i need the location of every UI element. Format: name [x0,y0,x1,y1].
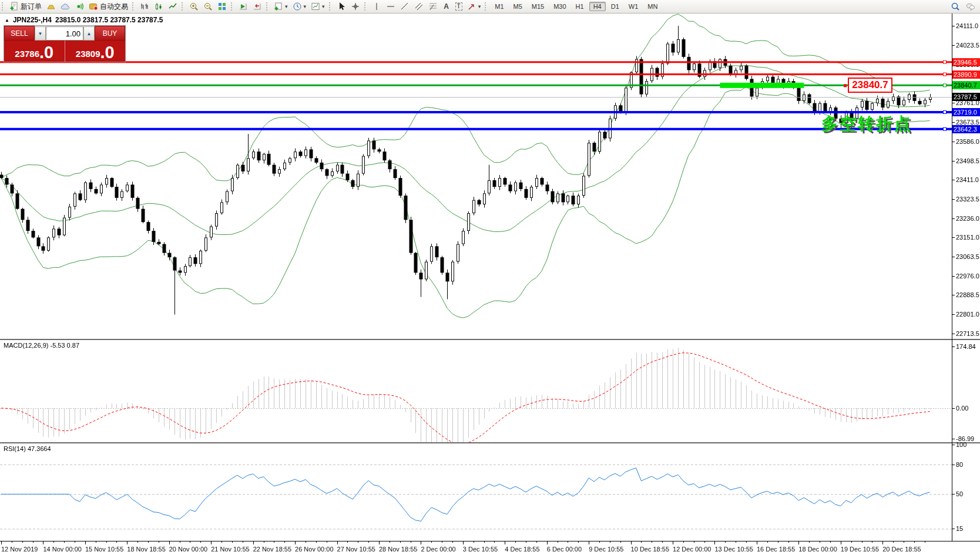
toolbar-grip[interactable] [266,2,270,11]
sell-price-main: 23786 [15,48,39,60]
toolbar-grip[interactable] [329,2,333,11]
time-axis-label: 12 Dec 00:00 [673,546,711,553]
new-chart-button[interactable]: ▾ [271,1,290,12]
new-chart-icon [274,2,283,11]
time-axis-label: 2 Dec 00:00 [421,546,455,553]
sell-button[interactable]: SELL [4,26,35,41]
time-axis-label: 22 Nov 18:55 [253,546,291,553]
crosshair-tool-button[interactable] [348,1,363,12]
macd-tick-label: 0.00 [956,405,968,412]
timeframe-button-D1[interactable]: D1 [607,2,623,11]
dropdown-caret-icon: ▾ [478,2,481,11]
rsi-tick-label: 50 [956,490,963,497]
time-axis-label: 26 Nov 00:00 [295,546,333,553]
toolbar-grip[interactable] [364,2,368,11]
dropdown-caret-icon: ▾ [304,2,307,11]
price-line-tag: 23890.9 [952,70,980,79]
bar-chart-button[interactable] [137,1,152,12]
timeframe-button-M15[interactable]: M15 [528,2,548,11]
text-tool-icon: A [442,2,451,11]
toolbar-grip[interactable] [132,2,136,11]
timeframe-button-M1[interactable]: M1 [491,2,508,11]
chart-shift-icon [253,2,262,11]
new-order-button[interactable]: 新订单 [7,1,44,12]
rsi-tick-label: 80 [956,461,963,468]
price-tick-label: 23151.0 [956,234,979,241]
timeframe-button-MN[interactable]: MN [643,2,662,11]
signals-button[interactable] [72,1,86,12]
dropdown-caret-icon: ▾ [285,2,288,11]
text-tool-button[interactable]: A [440,1,453,12]
tile-windows-icon [217,2,227,11]
line-chart-button[interactable] [166,1,180,12]
collapse-triangle-icon[interactable]: ▲ [5,18,9,23]
timeframe-button-H1[interactable]: H1 [572,2,588,11]
search-icon[interactable] [951,2,960,11]
price-level-box[interactable]: 23840.7 [848,78,892,93]
clock-icon [293,2,302,11]
time-axis-label: 15 Nov 10:55 [85,546,123,553]
price-line-tag: 23946.5 [952,58,980,66]
time-axis-label: 20 Nov 00:00 [169,546,207,553]
toolbar-grip[interactable] [231,2,234,11]
volume-input[interactable]: 1.00 [46,26,83,41]
market-button[interactable] [44,1,58,12]
line-chart-icon [168,2,177,11]
timeframe-button-W1[interactable]: W1 [625,2,643,11]
autoscroll-icon [239,2,248,11]
vps-button[interactable] [58,1,72,12]
hline-tool-button[interactable] [384,1,398,12]
one-click-trading-panel: SELL ▼ 1.00 ▲ BUY 23786 .0 23809 .0 [4,25,126,62]
new-order-icon [9,2,19,11]
template-icon [311,2,320,11]
fibonacci-tool-button[interactable] [426,1,440,12]
channel-tool-button[interactable] [412,1,426,12]
price-tick-label: 22976.0 [956,273,979,280]
time-axis-label: 9 Dec 10:55 [589,546,623,553]
toolbar-grip[interactable] [2,2,5,11]
candle-chart-icon [154,2,163,11]
zoom-in-button[interactable] [187,1,201,12]
templates-button[interactable]: ▾ [308,1,327,12]
macd-tick-label: 174.84 [956,343,976,350]
price-line-tag: 23840.7 [952,81,980,89]
autotrading-label: 自动交易 [100,2,128,12]
autoscroll-button[interactable] [236,1,250,12]
time-axis-label: 18 Dec 00:00 [798,546,837,553]
signal-icon [75,2,84,11]
sell-price[interactable]: 23786 .0 [4,41,65,62]
price-tick-label: 22713.5 [956,330,979,337]
time-axis-label: 6 Dec 00:00 [547,546,582,553]
autotrading-icon [89,2,98,11]
turning-point-annotation[interactable]: 多空转折点 [821,113,912,135]
buy-price[interactable]: 23809 .0 [65,41,126,62]
mt4-window: 新订单 自动交易 [0,0,980,555]
periods-button[interactable]: ▾ [290,1,309,12]
toolbar-grip[interactable] [182,2,185,11]
timeframe-button-M5[interactable]: M5 [509,2,526,11]
current-price-tag: 23787.5 [952,93,980,101]
price-tick-label: 24111.0 [956,22,978,29]
buy-button[interactable]: BUY [95,26,125,41]
label-tool-button[interactable]: T [453,1,465,12]
time-axis-label: 18 Nov 18:55 [127,546,165,553]
trendline-tool-button[interactable] [398,1,412,12]
volume-decrease-button[interactable]: ▼ [35,26,46,41]
price-tick-label: 24023.5 [956,42,979,49]
time-axis-label: 12 Nov 2019 [1,546,38,553]
chat-icon[interactable] [966,2,975,11]
tile-windows-button[interactable] [215,1,229,12]
timeframe-button-M30[interactable]: M30 [549,2,570,11]
chart-canvas[interactable] [0,0,980,555]
arrows-tool-button[interactable]: ▾ [465,1,484,12]
cursor-tool-button[interactable] [334,1,348,12]
zoom-out-button[interactable] [201,1,215,12]
price-tick-label: 23236.0 [956,215,979,222]
candle-chart-button[interactable] [152,1,166,12]
timeframe-button-H4[interactable]: H4 [589,2,606,11]
chart-shift-button[interactable] [250,1,264,12]
autotrading-button[interactable]: 自动交易 [86,1,130,12]
vline-tool-button[interactable] [370,1,384,12]
toolbar-grip[interactable] [485,2,488,11]
volume-increase-button[interactable]: ▲ [83,26,95,41]
